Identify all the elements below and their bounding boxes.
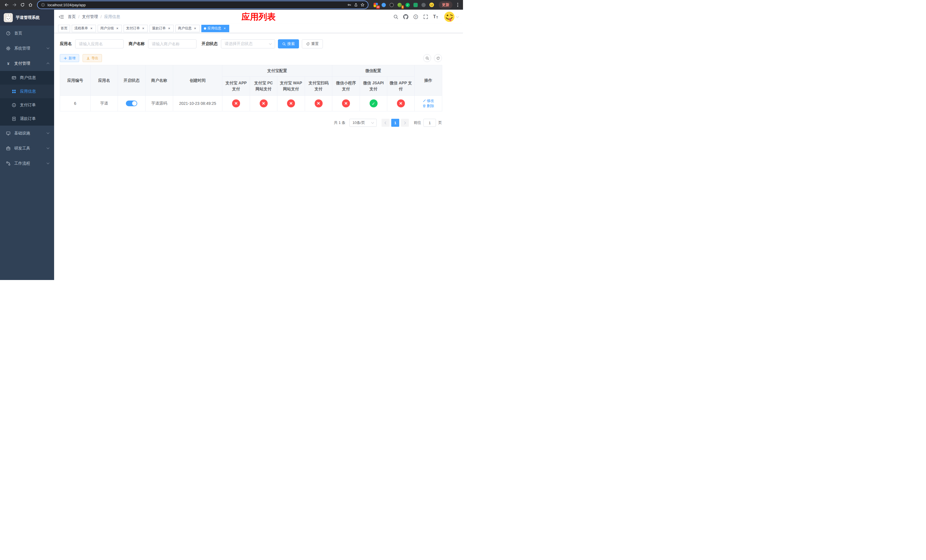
extension-badge: 1	[401, 5, 404, 9]
breadcrumb-home[interactable]: 首页	[68, 14, 76, 20]
github-icon[interactable]	[403, 14, 409, 20]
sidebar-item-pay-order[interactable]: ¥ 支付订单	[0, 98, 54, 112]
active-dot	[204, 27, 206, 30]
next-page-button[interactable]	[401, 119, 409, 127]
site-info-icon[interactable]	[41, 3, 45, 7]
pay-order-icon: ¥	[11, 103, 17, 107]
wx-jsapi-status-icon	[369, 100, 378, 107]
extension-dark-icon[interactable]	[389, 2, 394, 8]
tab-refund-order[interactable]: 退款订单 ×	[150, 25, 174, 32]
search-button[interactable]: 搜索	[278, 39, 299, 48]
help-icon[interactable]: ?	[413, 14, 418, 20]
gear-icon	[6, 46, 11, 51]
breadcrumb-payment[interactable]: 支付管理	[82, 14, 98, 20]
sidebar: 芋道管理系统 首页 系统管理 ¥ 支付管理	[0, 10, 54, 280]
page-size-select[interactable]: 10条/页	[350, 119, 377, 127]
sidebar-item-workflow[interactable]: 工作流程	[0, 156, 54, 171]
extension-blue-icon[interactable]	[381, 2, 386, 8]
url-bar[interactable]: localhost:1024/pay/app	[38, 1, 368, 9]
add-button[interactable]: 新增	[60, 54, 79, 62]
prev-page-button[interactable]	[381, 119, 390, 127]
tab-label: 退款订单	[152, 26, 166, 31]
forward-icon[interactable]	[11, 1, 18, 9]
sidebar-item-payment[interactable]: ¥ 支付管理	[0, 56, 54, 71]
close-icon[interactable]: ×	[167, 26, 171, 30]
reset-button[interactable]: 重置	[302, 39, 323, 48]
tab-user-group[interactable]: 用户分组 ×	[98, 25, 122, 32]
tab-merchant-info[interactable]: 商户信息 ×	[176, 25, 200, 32]
sidebar-item-system[interactable]: 系统管理	[0, 41, 54, 56]
edit-link[interactable]: 修改	[422, 98, 434, 103]
font-size-icon[interactable]: TT	[433, 15, 438, 19]
table-tools	[423, 54, 442, 62]
sidebar-item-merchant-info[interactable]: 商户信息	[0, 71, 54, 85]
tab-label: 商户信息	[178, 26, 192, 31]
tab-label: 支付订单	[126, 26, 140, 31]
reload-icon[interactable]	[19, 1, 26, 9]
search-icon[interactable]	[393, 14, 398, 20]
user-avatar[interactable]	[443, 11, 458, 23]
sidebar-fold-icon[interactable]	[59, 14, 64, 20]
sidebar-item-app-info[interactable]: 应用信息	[0, 85, 54, 98]
pagination-total: 共 1 条	[334, 120, 345, 125]
grid-icon	[11, 89, 17, 94]
goto-label: 前往	[414, 120, 421, 125]
tab-app-info[interactable]: 应用信息 ×	[201, 25, 229, 32]
sidebar-item-label: 系统管理	[14, 46, 44, 51]
sidebar-logo[interactable]: 芋道管理系统	[0, 10, 54, 26]
extension-pin-icon[interactable]	[421, 2, 426, 8]
breadcrumb: 首页 / 支付管理 / 应用信息	[68, 14, 120, 20]
home-icon[interactable]	[27, 1, 34, 9]
export-button-label: 导出	[91, 56, 98, 61]
goto-page-input[interactable]	[424, 119, 436, 127]
sidebar-item-home[interactable]: 首页	[0, 26, 54, 41]
back-icon[interactable]	[3, 1, 10, 9]
app-name-input[interactable]	[75, 39, 124, 48]
close-icon[interactable]: ×	[223, 26, 227, 30]
table-row: 6 芋道 芋道源码 2021-10-23 08:49:25	[60, 96, 442, 111]
sidebar-item-label: 退款订单	[20, 116, 36, 121]
close-icon[interactable]: ×	[193, 26, 197, 30]
tab-home[interactable]: 首页	[58, 25, 70, 32]
toggle-search-icon[interactable]	[423, 54, 431, 62]
password-key-icon[interactable]	[347, 3, 351, 7]
tab-process-form[interactable]: 流程表单 ×	[72, 25, 96, 32]
header-actions: ? TT	[393, 11, 458, 23]
chevron-down-icon	[47, 47, 50, 49]
yen-icon: ¥	[6, 61, 11, 66]
extension-green-badge-icon[interactable]: 1	[397, 2, 402, 8]
extension-wechat-icon[interactable]: ✓	[405, 2, 410, 8]
fullscreen-icon[interactable]	[423, 14, 428, 20]
delete-link[interactable]: 删除	[422, 103, 434, 109]
export-button[interactable]: 导出	[83, 54, 102, 62]
profile-avatar-icon[interactable]	[429, 2, 434, 8]
browser-update-button[interactable]: 更新	[439, 1, 452, 9]
enabled-toggle[interactable]	[126, 101, 137, 106]
status-label: 开启状态	[201, 41, 218, 47]
tab-label: 首页	[61, 26, 68, 31]
workflow-icon	[6, 161, 11, 166]
alipay-wap-status-icon	[287, 100, 295, 107]
tab-label: 流程表单	[74, 26, 88, 31]
page-1-button[interactable]: 1	[391, 119, 399, 127]
sidebar-item-refund-order[interactable]: 退款订单	[0, 112, 54, 126]
col-alipay-pc: 支付宝 PC 网站支付	[250, 77, 277, 96]
close-icon[interactable]: ×	[89, 26, 94, 30]
sidebar-item-devtools[interactable]: 研发工具	[0, 141, 54, 156]
extension-chat-icon[interactable]	[413, 2, 418, 8]
sidebar-item-infrastructure[interactable]: 基础设施	[0, 126, 54, 141]
refresh-table-icon[interactable]	[434, 54, 442, 62]
col-alipay-wap: 支付宝 WAP 网站支付	[277, 77, 305, 96]
col-alipay-app: 支付宝 APP 支付	[222, 77, 250, 96]
merchant-name-input[interactable]	[148, 39, 197, 48]
share-icon[interactable]	[354, 3, 358, 7]
bookmark-star-icon[interactable]	[360, 3, 365, 7]
breadcrumb-current: 应用信息	[104, 14, 120, 20]
chevron-down-icon	[371, 121, 374, 124]
close-icon[interactable]: ×	[141, 26, 145, 30]
tab-pay-order[interactable]: 支付订单 ×	[124, 25, 148, 32]
status-select[interactable]: 请选择开启状态	[221, 39, 275, 48]
browser-menu-icon[interactable]	[455, 3, 460, 7]
extension-grid-icon[interactable]: 10	[373, 2, 378, 8]
close-icon[interactable]: ×	[115, 26, 119, 30]
